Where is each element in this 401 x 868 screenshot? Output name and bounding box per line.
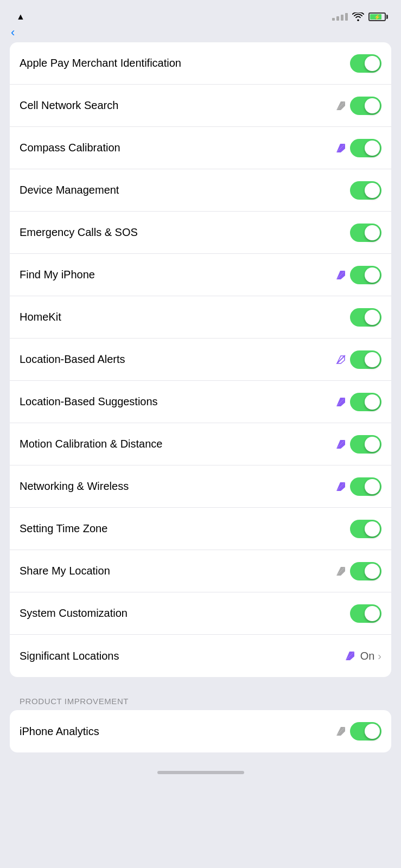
- toggle-switch[interactable]: [350, 266, 381, 284]
- item-label: System Customization: [20, 607, 128, 620]
- toggle-switch[interactable]: [350, 520, 381, 538]
- item-left: HomeKit: [20, 311, 335, 323]
- item-left: Cell Network Search: [20, 99, 335, 112]
- nav-value: On: [360, 650, 375, 662]
- item-label: Location-Based Alerts: [20, 353, 125, 366]
- item-label: Device Management: [20, 184, 119, 196]
- signal-icon: [332, 13, 348, 21]
- item-label: HomeKit: [20, 311, 61, 323]
- item-right: [335, 97, 381, 115]
- item-left: System Customization: [20, 607, 335, 620]
- item-right: [335, 308, 381, 327]
- item-right[interactable]: On ›: [344, 650, 381, 662]
- chevron-right-icon: ›: [378, 650, 381, 662]
- item-left: Share My Location: [20, 565, 335, 577]
- location-arrow-icon: [335, 725, 347, 737]
- item-left: Apple Pay Merchant Identification: [20, 57, 335, 69]
- location-arrow-icon: [335, 438, 347, 450]
- item-right: [335, 477, 381, 496]
- toggle-switch[interactable]: [350, 604, 381, 623]
- item-label: Cell Network Search: [20, 99, 118, 112]
- back-button[interactable]: ‹: [11, 27, 17, 39]
- location-arrow-icon: [335, 142, 347, 154]
- item-right: [335, 224, 381, 242]
- item-label: iPhone Analytics: [20, 725, 99, 738]
- item-right: [335, 139, 381, 157]
- list-item-loc-alerts: Location-Based Alerts: [10, 339, 391, 381]
- location-arrow-icon: [335, 354, 347, 366]
- item-right: [335, 266, 381, 284]
- status-icons: ⚡: [332, 12, 388, 21]
- list-item-loc-suggestions: Location-Based Suggestions: [10, 381, 391, 423]
- item-right: [335, 350, 381, 369]
- location-arrow-icon: [335, 481, 347, 493]
- toggle-switch[interactable]: [350, 308, 381, 327]
- location-arrow-icon: ▲: [16, 12, 25, 22]
- item-left: Find My iPhone: [20, 269, 335, 281]
- list-item-iphone-analytics: iPhone Analytics: [10, 710, 391, 752]
- toggle-switch[interactable]: [350, 722, 381, 741]
- toggle-switch[interactable]: [350, 54, 381, 73]
- item-right: [335, 54, 381, 73]
- toggle-switch[interactable]: [350, 139, 381, 157]
- list-item-find-iphone: Find My iPhone: [10, 254, 391, 296]
- item-left: Device Management: [20, 184, 335, 196]
- toggle-switch[interactable]: [350, 97, 381, 115]
- location-arrow-icon: [344, 650, 356, 662]
- nav-header: ‹: [0, 30, 401, 42]
- location-arrow-icon: [335, 396, 347, 408]
- list-item-sig-locations: Significant Locations On ›: [10, 635, 391, 677]
- item-right: [335, 604, 381, 623]
- back-chevron-icon: ‹: [11, 27, 15, 39]
- item-left: Location-Based Alerts: [20, 353, 335, 366]
- home-indicator: [0, 764, 401, 778]
- system-services-list: Apple Pay Merchant Identification Cell N…: [10, 42, 391, 677]
- item-label: Motion Calibration & Distance: [20, 438, 162, 450]
- list-item-emergency: Emergency Calls & SOS: [10, 212, 391, 254]
- list-item-homekit: HomeKit: [10, 296, 391, 339]
- status-time: ▲: [13, 12, 25, 22]
- product-improvement-list: iPhone Analytics: [10, 710, 391, 752]
- toggle-switch[interactable]: [350, 477, 381, 496]
- item-right: [335, 435, 381, 454]
- item-left: Networking & Wireless: [20, 480, 335, 493]
- list-item-device-mgmt: Device Management: [10, 169, 391, 212]
- item-label: Networking & Wireless: [20, 480, 129, 493]
- item-label: Find My iPhone: [20, 269, 95, 281]
- item-left: Location-Based Suggestions: [20, 395, 335, 408]
- item-left: Emergency Calls & SOS: [20, 226, 335, 239]
- product-improvement-section: PRODUCT IMPROVEMENT iPhone Analytics: [0, 689, 401, 752]
- list-item-time-zone: Setting Time Zone: [10, 508, 391, 550]
- item-right: [335, 722, 381, 741]
- toggle-switch[interactable]: [350, 393, 381, 411]
- item-label: Apple Pay Merchant Identification: [20, 57, 181, 69]
- item-label: Location-Based Suggestions: [20, 395, 158, 408]
- toggle-switch[interactable]: [350, 350, 381, 369]
- item-right: [335, 393, 381, 411]
- item-left: Significant Locations: [20, 650, 344, 662]
- item-right: [335, 181, 381, 200]
- item-label: Compass Calibration: [20, 142, 120, 154]
- list-item-networking: Networking & Wireless: [10, 465, 391, 508]
- toggle-switch[interactable]: [350, 562, 381, 580]
- item-left: Compass Calibration: [20, 142, 335, 154]
- list-item-apple-pay: Apple Pay Merchant Identification: [10, 42, 391, 85]
- list-item-compass: Compass Calibration: [10, 127, 391, 169]
- location-arrow-icon: [335, 100, 347, 112]
- wifi-icon: [352, 12, 364, 21]
- toggle-switch[interactable]: [350, 181, 381, 200]
- item-label: Significant Locations: [20, 650, 119, 662]
- list-item-sys-custom: System Customization: [10, 592, 391, 635]
- list-item-share-location: Share My Location: [10, 550, 391, 592]
- item-label: Share My Location: [20, 565, 110, 577]
- toggle-switch[interactable]: [350, 224, 381, 242]
- svg-marker-7: [337, 356, 345, 363]
- item-left: Motion Calibration & Distance: [20, 438, 335, 450]
- item-label: Emergency Calls & SOS: [20, 226, 138, 239]
- item-right: [335, 562, 381, 580]
- item-left: iPhone Analytics: [20, 725, 335, 738]
- toggle-switch[interactable]: [350, 435, 381, 454]
- section-header-product-improvement: PRODUCT IMPROVEMENT: [0, 689, 401, 710]
- list-item-cell-network: Cell Network Search: [10, 85, 391, 127]
- battery-icon: ⚡: [368, 12, 388, 21]
